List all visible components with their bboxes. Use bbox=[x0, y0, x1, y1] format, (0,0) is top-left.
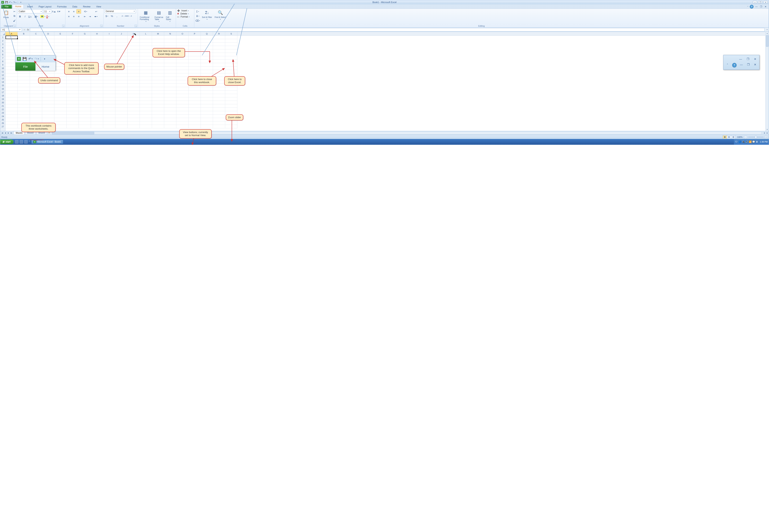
cell[interactable] bbox=[213, 87, 225, 91]
row-header[interactable]: 23 bbox=[0, 111, 5, 115]
cell[interactable] bbox=[103, 111, 115, 115]
cell[interactable] bbox=[140, 80, 152, 84]
cell[interactable] bbox=[18, 97, 30, 101]
cell[interactable] bbox=[91, 43, 103, 46]
cell[interactable] bbox=[152, 101, 164, 104]
zoom-out-button[interactable]: − bbox=[744, 136, 747, 139]
row-header[interactable]: 3 bbox=[0, 43, 5, 46]
cell[interactable] bbox=[54, 94, 67, 97]
cell[interactable] bbox=[201, 63, 213, 67]
cell[interactable] bbox=[140, 73, 152, 77]
cell[interactable] bbox=[18, 84, 30, 87]
start-button[interactable]: ⊞start bbox=[0, 140, 14, 144]
align-right-button[interactable]: ≡ bbox=[76, 14, 81, 18]
row-header[interactable]: 11 bbox=[0, 70, 5, 73]
cell[interactable] bbox=[140, 46, 152, 49]
cell[interactable] bbox=[103, 56, 115, 60]
cell[interactable] bbox=[67, 84, 79, 87]
cell[interactable] bbox=[79, 84, 91, 87]
cell[interactable] bbox=[30, 108, 42, 111]
cell[interactable] bbox=[225, 101, 237, 104]
last-sheet-button[interactable]: ▶| bbox=[10, 132, 13, 134]
column-header[interactable]: I bbox=[103, 32, 115, 35]
cell[interactable] bbox=[6, 39, 18, 43]
column-header[interactable]: R bbox=[213, 32, 225, 35]
cell[interactable] bbox=[67, 115, 79, 118]
save-icon[interactable]: 💾 bbox=[5, 1, 8, 4]
cell[interactable] bbox=[91, 80, 103, 84]
cell[interactable] bbox=[152, 36, 164, 39]
cell[interactable] bbox=[115, 84, 128, 87]
column-header[interactable]: K bbox=[128, 32, 140, 35]
cell[interactable] bbox=[30, 91, 42, 94]
cell[interactable] bbox=[164, 121, 176, 125]
autosum-button[interactable]: Σ▼ bbox=[195, 9, 200, 14]
cell[interactable] bbox=[67, 56, 79, 60]
cell[interactable] bbox=[54, 118, 67, 121]
cell[interactable] bbox=[128, 97, 140, 101]
cell[interactable] bbox=[164, 91, 176, 94]
scroll-thumb[interactable] bbox=[766, 35, 768, 47]
hscroll-right-icon[interactable]: ▶ bbox=[766, 132, 769, 134]
cell[interactable] bbox=[30, 101, 42, 104]
cell[interactable] bbox=[176, 84, 188, 87]
cell[interactable] bbox=[201, 56, 213, 60]
cell[interactable] bbox=[91, 97, 103, 101]
cell[interactable] bbox=[164, 87, 176, 91]
cell[interactable] bbox=[115, 91, 128, 94]
cell[interactable] bbox=[6, 43, 18, 46]
cell[interactable] bbox=[140, 115, 152, 118]
cell[interactable] bbox=[152, 39, 164, 43]
cell[interactable] bbox=[164, 39, 176, 43]
cell[interactable] bbox=[201, 121, 213, 125]
cell[interactable] bbox=[115, 73, 128, 77]
row-header[interactable]: 6 bbox=[0, 53, 5, 56]
cell[interactable] bbox=[18, 104, 30, 108]
format-painter-button[interactable]: 🖌 bbox=[12, 18, 17, 23]
cell[interactable] bbox=[6, 91, 18, 94]
minimize-ribbon-icon[interactable]: ⌃ bbox=[747, 6, 749, 8]
cell[interactable] bbox=[67, 49, 79, 53]
cell[interactable] bbox=[152, 111, 164, 115]
minimize-button[interactable]: — bbox=[753, 1, 757, 4]
row-header[interactable]: 16 bbox=[0, 87, 5, 91]
inset-minimize-ribbon-icon[interactable]: ⌃ bbox=[725, 63, 730, 66]
restore-button[interactable]: ❐ bbox=[758, 1, 762, 4]
cell[interactable] bbox=[128, 36, 140, 39]
cell[interactable] bbox=[54, 39, 67, 43]
tray-icon[interactable]: 🖥 bbox=[756, 140, 758, 143]
wrap-text-button[interactable]: ↩ bbox=[93, 9, 99, 14]
increase-font-button[interactable]: A▲ bbox=[52, 9, 56, 14]
row-header[interactable]: 21 bbox=[0, 104, 5, 108]
cell[interactable] bbox=[152, 108, 164, 111]
cell[interactable] bbox=[54, 84, 67, 87]
scroll-down-icon[interactable]: ▼ bbox=[766, 128, 769, 131]
help-button[interactable]: ? bbox=[750, 5, 754, 9]
cell[interactable] bbox=[103, 125, 115, 128]
cell[interactable] bbox=[201, 67, 213, 70]
cell[interactable] bbox=[103, 70, 115, 73]
cell[interactable] bbox=[140, 43, 152, 46]
column-header[interactable]: E bbox=[54, 32, 67, 35]
row-header[interactable]: 10 bbox=[0, 67, 5, 70]
cell[interactable] bbox=[103, 73, 115, 77]
cell[interactable] bbox=[213, 63, 225, 67]
cell[interactable] bbox=[201, 87, 213, 91]
cell[interactable] bbox=[213, 46, 225, 49]
prev-sheet-button[interactable]: ◀ bbox=[4, 132, 7, 134]
cell[interactable] bbox=[115, 94, 128, 97]
inset-help-button[interactable]: ? bbox=[732, 63, 737, 67]
cell[interactable] bbox=[67, 108, 79, 111]
cell[interactable] bbox=[6, 125, 18, 128]
cell[interactable] bbox=[201, 53, 213, 56]
cell[interactable] bbox=[152, 70, 164, 73]
cell[interactable] bbox=[188, 60, 201, 63]
cell[interactable] bbox=[128, 87, 140, 91]
cell[interactable] bbox=[176, 125, 188, 128]
cell[interactable] bbox=[188, 111, 201, 115]
cell[interactable] bbox=[42, 91, 54, 94]
cell[interactable] bbox=[42, 49, 54, 53]
cell[interactable] bbox=[91, 36, 103, 39]
cell[interactable] bbox=[140, 111, 152, 115]
cell[interactable] bbox=[115, 108, 128, 111]
